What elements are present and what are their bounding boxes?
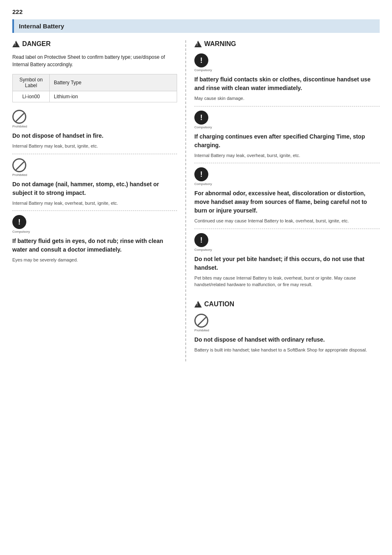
icon-wrap: Prohibited <box>12 110 177 128</box>
icon-label: Compulsory <box>194 182 212 186</box>
warning-sub-text: Internal Battery may leak, overheat, bur… <box>12 200 177 207</box>
icon-wrap: Prohibited <box>194 314 380 332</box>
warning-sub-text: Eyes may be severely damaged. <box>12 257 177 264</box>
icon-label: Compulsory <box>194 125 212 129</box>
icon-label: Prohibited <box>12 125 27 128</box>
warning-sub-text: Battery is built into handset; take hand… <box>194 347 380 354</box>
warning-main-text: Do not let your pet bite handset; if thi… <box>194 255 380 272</box>
prohibited-icon <box>194 314 208 328</box>
danger-title: DANGER <box>12 40 177 48</box>
warning-main-text: For abnormal odor, excessive heat, disco… <box>194 189 380 215</box>
caution-label: CAUTION <box>204 301 234 308</box>
warning-main-text: If battery fluid contacts skin or clothe… <box>194 75 380 92</box>
prohibited-icon <box>12 158 26 172</box>
compulsory-icon: ! <box>194 53 208 67</box>
page-number: 222 <box>12 8 380 15</box>
icon-wrap: !Compulsory <box>194 233 380 252</box>
warning-sub-text: May cause skin damage. <box>194 95 380 102</box>
table-cell-type: Lithium-ion <box>50 91 177 102</box>
warning-block: !CompulsoryIf battery fluid contacts ski… <box>194 53 380 106</box>
compulsory-icon: ! <box>194 167 208 181</box>
warning-sub-text: Continued use may cause Internal Battery… <box>194 217 380 224</box>
icon-label: Compulsory <box>194 68 212 72</box>
battery-table: Symbol on Label Battery Type Li-ion00Lit… <box>12 74 177 102</box>
warning-sub-text: Internal Battery may leak, overheat, bur… <box>194 152 380 159</box>
icon-wrap: !Compulsory <box>194 53 380 72</box>
table-cell-symbol: Li-ion00 <box>13 91 50 102</box>
left-column: DANGER Read label on Protective Sheet to… <box>12 40 186 361</box>
danger-label: DANGER <box>22 40 51 48</box>
warning-main-text: If charging continues even after specifi… <box>194 132 380 150</box>
icon-wrap: !Compulsory <box>12 215 177 234</box>
icon-wrap: !Compulsory <box>194 111 380 129</box>
warning-block: ProhibitedDo not dispose of handset with… <box>194 314 380 358</box>
triangle-icon <box>12 41 20 47</box>
right-column: WARNING !CompulsoryIf battery fluid cont… <box>186 40 380 361</box>
table-row: Li-ion00Lithium-ion <box>13 91 177 102</box>
table-header-type: Battery Type <box>50 74 177 91</box>
warning-block: ProhibitedDo not dispose of handset in f… <box>12 110 177 154</box>
warning-main-text: Do not dispose of handset in fire. <box>12 132 177 140</box>
icon-label: Prohibited <box>194 328 209 332</box>
warning-title: WARNING <box>194 40 380 48</box>
warning-block: !CompulsoryIf charging continues even af… <box>194 111 380 164</box>
warning-main-text: If battery fluid gets in eyes, do not ru… <box>12 237 177 254</box>
icon-label: Compulsory <box>12 230 30 234</box>
warning-block: !CompulsoryIf battery fluid gets in eyes… <box>12 215 177 268</box>
compulsory-icon: ! <box>194 111 208 125</box>
prohibited-icon <box>12 110 26 124</box>
compulsory-icon: ! <box>12 215 26 229</box>
compulsory-icon: ! <box>194 233 208 247</box>
warning-sub-text: Pet bites may cause Internal Battery to … <box>194 275 380 288</box>
table-header-symbol: Symbol on Label <box>13 74 50 91</box>
section-title: Internal Battery <box>12 19 380 33</box>
warning-block: !CompulsoryDo not let your pet bite hand… <box>194 233 380 292</box>
caution-section: CAUTION ProhibitedDo not dispose of hand… <box>194 301 380 358</box>
warning-sub-text: Internal Battery may leak, burst, ignite… <box>12 143 177 150</box>
icon-wrap: !Compulsory <box>194 167 380 186</box>
warning-main-text: Do not damage (nail, hammer, stomp, etc.… <box>12 180 177 197</box>
warning-label: WARNING <box>204 40 236 48</box>
warning-block: ProhibitedDo not damage (nail, hammer, s… <box>12 158 177 211</box>
icon-label: Prohibited <box>12 173 27 177</box>
caution-title: CAUTION <box>194 301 380 308</box>
warning-triangle-icon <box>194 41 202 47</box>
caution-triangle-icon <box>194 301 202 308</box>
danger-intro-text: Read label on Protective Sheet to confir… <box>12 53 177 68</box>
warning-block: !CompulsoryFor abnormal odor, excessive … <box>194 167 380 229</box>
icon-wrap: Prohibited <box>12 158 177 177</box>
icon-label: Compulsory <box>194 248 212 252</box>
warning-main-text: Do not dispose of handset with ordinary … <box>194 335 380 344</box>
